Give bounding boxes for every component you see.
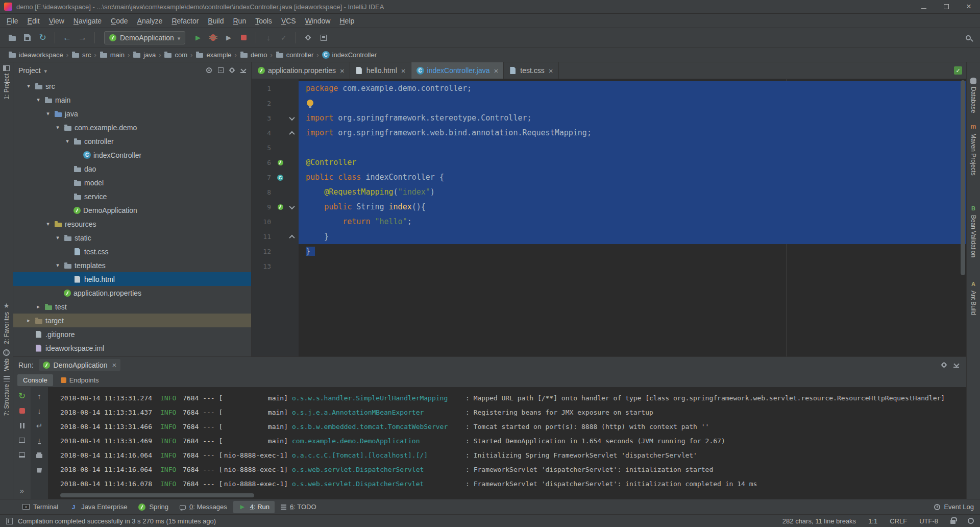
breadcrumb-demo[interactable]: demo xyxy=(238,51,270,59)
toolwindow-button-2-favorites[interactable]: 2: Favorites xyxy=(0,301,13,344)
gutter-line-2[interactable]: 2 xyxy=(252,96,299,111)
gutter-line-10[interactable]: 10 xyxy=(252,214,299,229)
restore-layout-button[interactable] xyxy=(16,435,28,446)
menu-view[interactable]: View xyxy=(44,14,69,28)
open-button[interactable] xyxy=(5,31,19,44)
pin-tab-button[interactable] xyxy=(16,449,28,461)
code-line-11[interactable]: } xyxy=(299,229,966,244)
code-line-7[interactable]: public class indexController { xyxy=(299,170,966,185)
menu-file[interactable]: File xyxy=(2,14,23,28)
code-line-5[interactable] xyxy=(299,140,966,155)
fold-down-icon[interactable] xyxy=(287,116,297,121)
code-line-10[interactable]: return "hello"; xyxy=(299,214,966,229)
tree-item-resources[interactable]: resources xyxy=(13,217,251,231)
project-structure-button[interactable] xyxy=(316,31,330,44)
toolwindow-button-bean-validation[interactable]: Bean Validation xyxy=(967,204,980,257)
toolwindow-button-7-structure[interactable]: 7: Structure xyxy=(0,376,13,416)
chevron-down-icon[interactable] xyxy=(44,110,52,117)
line-separator[interactable]: CRLF xyxy=(890,517,907,525)
console-output[interactable]: 2018-08-14 11:13:31.274INFO7684 --- [mai… xyxy=(48,387,966,499)
toolwindow-button-1-project[interactable]: 1: Project xyxy=(0,65,13,100)
toolwindow-button-maven-projects[interactable]: Maven Projects xyxy=(967,123,980,176)
soft-wrap-button[interactable] xyxy=(33,420,45,431)
toolwindow-button-ant-build[interactable]: Ant Build xyxy=(967,280,980,315)
gutter-line-4[interactable]: 4 xyxy=(252,126,299,140)
intention-bulb-icon[interactable] xyxy=(307,100,313,106)
tree-item-templates[interactable]: templates xyxy=(13,258,251,272)
run-configuration-select[interactable]: DemoApplication xyxy=(104,31,185,44)
tree-item-dao[interactable]: dao xyxy=(13,162,251,176)
debug-button[interactable] xyxy=(206,31,220,44)
menu-help[interactable]: Help xyxy=(335,14,359,28)
toolwindow-switcher-icon[interactable] xyxy=(6,518,13,524)
gutter-line-7[interactable]: 7 xyxy=(252,170,299,185)
vcs-commit-button[interactable] xyxy=(277,31,290,44)
bean-icon[interactable] xyxy=(278,204,283,210)
tree-item-static[interactable]: static xyxy=(13,231,251,245)
close-icon[interactable] xyxy=(340,66,345,75)
close-icon[interactable] xyxy=(401,66,406,75)
tree-item-demoapplication[interactable]: DemoApplication xyxy=(13,203,251,217)
toolwindow-spring[interactable]: Spring xyxy=(133,501,174,513)
tree-item-service[interactable]: service xyxy=(13,189,251,203)
editor-gutter[interactable]: 12345678910111213 xyxy=(252,79,299,356)
gutter-line-6[interactable]: 6 xyxy=(252,155,299,170)
breadcrumb-ideaworkspace[interactable]: ideaworkspace xyxy=(6,51,65,59)
tree-item-indexcontroller[interactable]: indexController xyxy=(13,148,251,162)
close-icon[interactable] xyxy=(549,66,553,75)
tree-item-model[interactable]: model xyxy=(13,176,251,189)
toolwindow-0-messages[interactable]: 0: Messages xyxy=(175,501,232,513)
code-line-1[interactable]: package com.example.demo.controller; xyxy=(299,81,966,96)
scrollbar-thumb[interactable] xyxy=(961,80,965,275)
editor-tab-test-css[interactable]: test.css xyxy=(504,62,558,79)
lock-icon[interactable] xyxy=(950,520,955,524)
fold-up-icon[interactable] xyxy=(287,235,297,239)
chevron-down-icon[interactable] xyxy=(54,234,61,241)
vcs-update-button[interactable] xyxy=(261,31,275,44)
tab-endpoints[interactable]: Endpoints xyxy=(55,374,105,386)
save-all-button[interactable] xyxy=(20,31,34,44)
chevron-down-icon[interactable] xyxy=(54,124,61,131)
toolwindow-java-enterprise[interactable]: Java Enterprise xyxy=(64,501,132,513)
code-line-2[interactable] xyxy=(299,96,966,111)
close-icon[interactable] xyxy=(112,361,116,369)
tree-item-application-properties[interactable]: application.properties xyxy=(13,286,251,300)
fold-up-icon[interactable] xyxy=(287,131,297,135)
tree-item-gitignore[interactable]: .gitignore xyxy=(13,327,251,341)
gutter-line-5[interactable]: 5 xyxy=(252,140,299,155)
chevron-down-icon[interactable] xyxy=(64,138,71,145)
chevron-down-icon[interactable] xyxy=(54,262,61,269)
chevron-down-icon[interactable] xyxy=(25,83,32,89)
tree-item-controller[interactable]: controller xyxy=(13,134,251,148)
minimize-button[interactable] xyxy=(913,0,935,13)
menu-refactor[interactable]: Refactor xyxy=(167,14,203,28)
close-icon[interactable] xyxy=(494,66,499,75)
menu-vcs[interactable]: VCS xyxy=(277,14,301,28)
breadcrumb-src[interactable]: src xyxy=(69,51,93,59)
tree-item-com-example-demo[interactable]: com.example.demo xyxy=(13,121,251,134)
sync-button[interactable] xyxy=(36,31,50,44)
code-line-4[interactable]: import org.springframework.web.bind.anno… xyxy=(299,126,966,140)
run-tab-demoapplication[interactable]: DemoApplication xyxy=(39,359,121,371)
settings-button[interactable] xyxy=(301,31,315,44)
back-button[interactable] xyxy=(60,31,74,44)
fold-down-icon[interactable] xyxy=(287,205,297,209)
editor-tab-hello-html[interactable]: hello.html xyxy=(350,62,411,79)
hide-panel-icon[interactable] xyxy=(240,68,246,73)
tab-console[interactable]: Console xyxy=(17,374,53,386)
indicator-icon[interactable] xyxy=(968,518,974,524)
gutter-line-9[interactable]: 9 xyxy=(252,200,299,214)
editor-tab-application-properties[interactable]: application.properties xyxy=(253,62,350,79)
coverage-button[interactable] xyxy=(222,31,235,44)
search-everywhere-button[interactable] xyxy=(961,31,975,44)
tree-item-java[interactable]: java xyxy=(13,107,251,121)
breadcrumb-com[interactable]: com xyxy=(162,51,189,59)
code-line-9[interactable]: public String index(){ xyxy=(299,200,966,214)
breadcrumb-controller[interactable]: controller xyxy=(274,51,315,59)
vertical-scrollbar[interactable] xyxy=(960,79,966,356)
controller-icon[interactable] xyxy=(277,175,283,181)
scroll-to-end-button[interactable] xyxy=(33,435,45,446)
menu-navigate[interactable]: Navigate xyxy=(69,14,106,28)
gutter-line-3[interactable]: 3 xyxy=(252,111,299,126)
tree-item-test[interactable]: test xyxy=(13,300,251,314)
